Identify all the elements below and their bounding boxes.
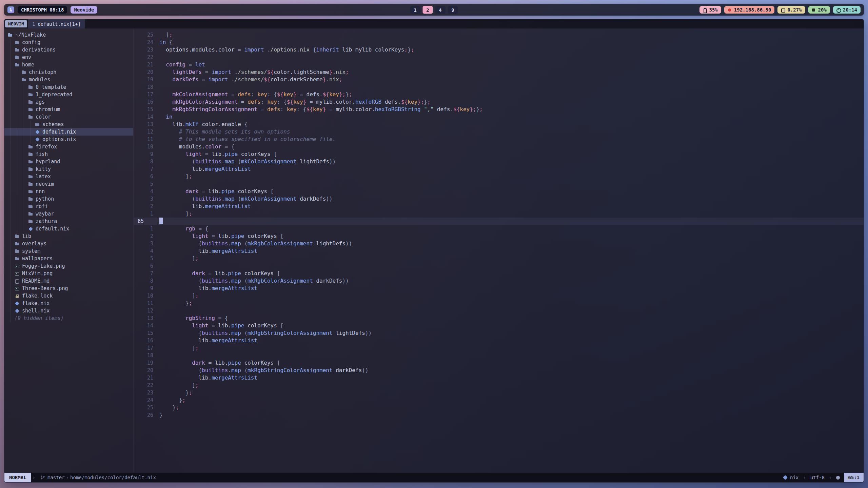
workspace-button-1[interactable]: 1 [410, 6, 420, 14]
topbar-module-network[interactable]: 192.168.86.50 [724, 6, 775, 14]
code-line[interactable]: 4 dark = lib.pipe colorKeys [ [134, 188, 864, 195]
tree-item-ags[interactable]: ags [4, 98, 133, 106]
code-line[interactable]: 18 [134, 352, 864, 359]
tree-item-rofi[interactable]: rofi [4, 203, 133, 210]
code-line[interactable]: 17 ]; [134, 344, 864, 352]
tree-item-default-nix[interactable]: default.nix [4, 128, 133, 136]
code-line[interactable]: 3 (builtins.map (mkRgbColorAssignment li… [134, 240, 864, 247]
code-line[interactable]: 25 ]; [134, 31, 864, 39]
code-line[interactable]: 6 [134, 262, 864, 270]
user-clock-module[interactable]: CHRISTOPH 08:18 [18, 6, 67, 14]
code-line[interactable]: 65 [134, 218, 864, 225]
tree-item-readme-md[interactable]: README.md [4, 277, 133, 285]
tree-item-foggy-lake-png[interactable]: Foggy-Lake.png [4, 262, 133, 270]
code-line[interactable]: 10 ]; [134, 292, 864, 300]
tree-item-three-bears-png[interactable]: Three-Bears.png [4, 285, 133, 292]
tree-item-options-nix[interactable]: options.nix [4, 136, 133, 143]
tree-item-firefox[interactable]: firefox [4, 143, 133, 150]
tree-item-waybar[interactable]: waybar [4, 210, 133, 218]
tree-item-modules[interactable]: modules [4, 76, 133, 83]
tree-item-hyprland[interactable]: hyprland [4, 158, 133, 165]
code-line[interactable]: 2 lib.mergeAttrsList [134, 203, 864, 210]
tree-item-zathura[interactable]: zathura [4, 218, 133, 225]
tree-item-system[interactable]: system [4, 247, 133, 255]
code-line[interactable]: 24in { [134, 39, 864, 46]
tree-item-python[interactable]: python [4, 195, 133, 203]
tree-item-0-template[interactable]: 0_template [4, 83, 133, 91]
tree-item-default-nix[interactable]: default.nix [4, 225, 133, 232]
tree-item-9-hidden-items[interactable]: (9 hidden items) [4, 314, 133, 322]
tree-item-shell-nix[interactable]: shell.nix [4, 307, 133, 314]
tree-item-chromium[interactable]: chromium [4, 106, 133, 113]
tree-item-nixvim-png[interactable]: NixVim.png [4, 270, 133, 277]
code-line[interactable]: 26} [134, 411, 864, 419]
code-line[interactable]: 25 }; [134, 404, 864, 411]
tree-item-fish[interactable]: fish [4, 150, 133, 158]
workspace-button-9[interactable]: 9 [448, 6, 458, 14]
code-line[interactable]: 16 lib.mergeAttrsList [134, 337, 864, 344]
code-line[interactable]: 5 ]; [134, 255, 864, 262]
code-line[interactable]: 8 (builtins.map (mkRgbColorAssignment da… [134, 277, 864, 285]
topbar-module-battery[interactable]: 35% [699, 6, 721, 14]
code-line[interactable]: 20 (builtins.map (mkRgbStringColorAssign… [134, 367, 864, 374]
code-area[interactable]: 25 ];24in {23 options.modules.color = im… [134, 28, 864, 473]
code-line[interactable]: 21 lib.mergeAttrsList [134, 374, 864, 382]
code-line[interactable]: 5 [134, 180, 864, 188]
tree-item-lib[interactable]: lib [4, 232, 133, 240]
code-line[interactable]: 11 }; [134, 300, 864, 307]
tree-item-neovim[interactable]: neovim [4, 180, 133, 188]
code-line[interactable]: 7 dark = lib.pipe colorKeys [ [134, 270, 864, 277]
tree-item-env[interactable]: env [4, 54, 133, 61]
code-line[interactable]: 15 (builtins.map (mkRgbStringColorAssign… [134, 329, 864, 337]
tree-item-flake-lock[interactable]: flake.lock [4, 292, 133, 300]
workspace-button-2[interactable]: 2 [423, 6, 433, 14]
code-line[interactable]: 2 light = lib.pipe colorKeys [ [134, 232, 864, 240]
code-line[interactable]: 23 }; [134, 389, 864, 396]
code-line[interactable]: 17 mkColorAssignment = defs: key: {${key… [134, 91, 864, 98]
code-line[interactable]: 20 lightDefs = import ./schemes/${color.… [134, 68, 864, 76]
workspace-button-4[interactable]: 4 [435, 6, 446, 14]
tree-item-nixflake[interactable]: ~/NixFlake [4, 31, 133, 39]
topbar-module-cpu[interactable]: 0.27% [777, 6, 805, 14]
code-line[interactable]: 16 mkRgbColorAssignment = defs: key: {${… [134, 98, 864, 106]
code-line[interactable]: 19 dark = lib.pipe colorKeys [ [134, 359, 864, 367]
code-line[interactable]: 10 modules.color = { [134, 143, 864, 150]
code-line[interactable]: 8 (builtins.map (mkColorAssignment light… [134, 158, 864, 165]
code-line[interactable]: 3 (builtins.map (mkColorAssignment darkD… [134, 195, 864, 203]
tree-item-flake-nix[interactable]: flake.nix [4, 300, 133, 307]
code-line[interactable]: 12 [134, 307, 864, 314]
code-line[interactable]: 4 lib.mergeAttrsList [134, 247, 864, 255]
code-line[interactable]: 13 lib.mkIf color.enable { [134, 121, 864, 128]
code-line[interactable]: 23 options.modules.color = import ./opti… [134, 46, 864, 54]
code-line[interactable]: 7 lib.mergeAttrsList [134, 165, 864, 173]
code-line[interactable]: 22 [134, 54, 864, 61]
code-line[interactable]: 22 ]; [134, 382, 864, 389]
code-line[interactable]: 14 in [134, 113, 864, 121]
code-line[interactable]: 15 mkRgbStringColorAssignment = defs: ke… [134, 106, 864, 113]
tree-item-config[interactable]: config [4, 39, 133, 46]
code-line[interactable]: 21 config = let [134, 61, 864, 68]
code-line[interactable]: 14 light = lib.pipe colorKeys [ [134, 322, 864, 329]
code-line[interactable]: 9 lib.mergeAttrsList [134, 285, 864, 292]
tree-item-kitty[interactable]: kitty [4, 165, 133, 173]
tab-default-nix[interactable]: 1 default.nix[1+] [28, 19, 85, 28]
tree-item-latex[interactable]: latex [4, 173, 133, 180]
code-line[interactable]: 18 [134, 83, 864, 91]
code-line[interactable]: 12 # This module sets its own options [134, 128, 864, 136]
tree-item-overlays[interactable]: overlays [4, 240, 133, 247]
code-line[interactable]: 19 darkDefs = import ./schemes/${color.d… [134, 76, 864, 83]
tree-item-nnn[interactable]: nnn [4, 188, 133, 195]
code-line[interactable]: 9 light = lib.pipe colorKeys [ [134, 150, 864, 158]
topbar-module-clock[interactable]: 20:14 [833, 6, 861, 14]
code-line[interactable]: 6 ]; [134, 173, 864, 180]
tree-item-derivations[interactable]: derivations [4, 46, 133, 54]
code-line[interactable]: 13 rgbString = { [134, 314, 864, 322]
tree-item-christoph[interactable]: christoph [4, 68, 133, 76]
tree-item-home[interactable]: home [4, 61, 133, 68]
tree-item-color[interactable]: color [4, 113, 133, 121]
tree-item-1-deprecated[interactable]: 1_deprecated [4, 91, 133, 98]
code-line[interactable]: 11 # to the values specified in a colors… [134, 136, 864, 143]
code-line[interactable]: 1 rgb = { [134, 225, 864, 232]
code-line[interactable]: 24 }; [134, 396, 864, 404]
code-line[interactable]: 1 ]; [134, 210, 864, 218]
